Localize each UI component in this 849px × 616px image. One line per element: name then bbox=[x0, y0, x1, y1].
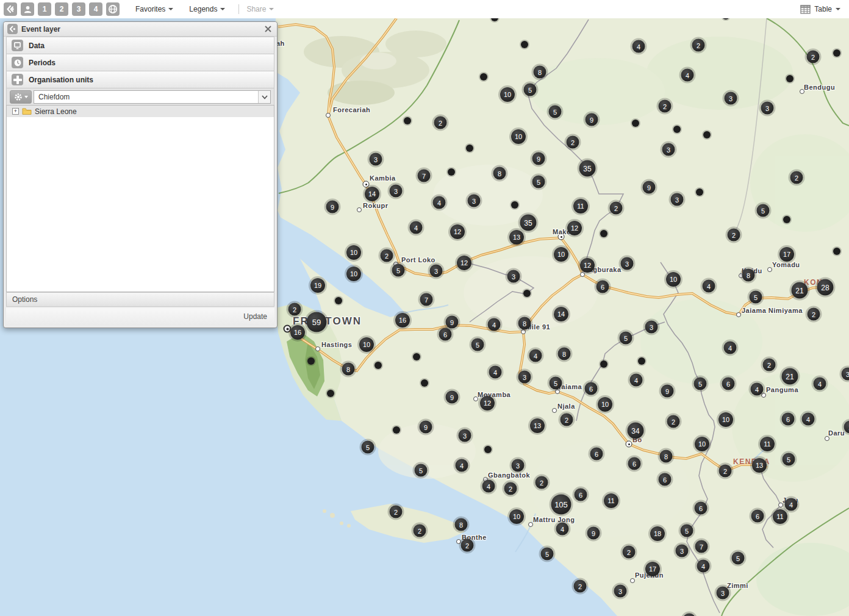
cluster-marker[interactable]: 8 bbox=[342, 363, 355, 376]
zoom-preset-4-button[interactable]: 4 bbox=[89, 2, 102, 16]
cluster-marker[interactable]: 3 bbox=[842, 368, 849, 381]
cluster-marker[interactable]: 5 bbox=[620, 332, 632, 345]
cluster-marker[interactable]: 7 bbox=[695, 540, 708, 553]
cluster-marker[interactable]: 6 bbox=[751, 510, 764, 523]
cluster-marker[interactable]: 3 bbox=[671, 193, 684, 206]
cluster-marker[interactable]: 3 bbox=[676, 545, 689, 557]
cluster-marker[interactable]: 2 bbox=[692, 39, 705, 52]
cluster-marker[interactable]: 4 bbox=[703, 280, 715, 293]
cluster-marker[interactable]: 5 bbox=[362, 441, 374, 454]
options-section[interactable]: Options bbox=[6, 292, 274, 307]
cluster-marker[interactable]: 2 bbox=[808, 308, 820, 321]
cluster-marker[interactable]: 7 bbox=[418, 170, 431, 182]
cluster-marker[interactable]: 6 bbox=[695, 502, 708, 515]
cluster-marker[interactable]: 17 bbox=[779, 247, 794, 262]
cluster-marker[interactable]: 8 bbox=[493, 167, 506, 180]
close-icon[interactable] bbox=[263, 24, 273, 34]
cluster-marker[interactable]: 9 bbox=[586, 113, 598, 126]
cluster-marker[interactable]: 4 bbox=[697, 560, 710, 573]
cluster-marker[interactable]: 11 bbox=[604, 493, 618, 508]
cluster-marker[interactable]: 6 bbox=[575, 489, 587, 501]
cluster-marker[interactable]: 5 bbox=[392, 264, 405, 277]
cluster-marker[interactable]: 2 bbox=[434, 116, 447, 129]
section-data[interactable]: Data bbox=[6, 37, 274, 54]
cluster-marker[interactable]: 8 bbox=[518, 317, 531, 330]
event-dot[interactable] bbox=[783, 216, 790, 223]
cluster-marker[interactable]: 8 bbox=[660, 450, 673, 463]
cluster-marker[interactable]: 34 bbox=[628, 423, 644, 439]
cluster-marker[interactable]: 6 bbox=[628, 457, 641, 470]
cluster-marker[interactable]: 2 bbox=[574, 580, 587, 593]
cluster-marker[interactable]: 21 bbox=[782, 368, 798, 385]
cluster-marker[interactable]: 12 bbox=[450, 224, 465, 239]
cluster-marker[interactable]: 4 bbox=[681, 69, 694, 82]
cluster-marker[interactable]: 12 bbox=[457, 256, 471, 270]
cluster-marker[interactable]: 2 bbox=[561, 414, 573, 426]
event-dot[interactable] bbox=[511, 201, 518, 209]
collapse-panel-button[interactable] bbox=[4, 2, 17, 16]
tree-expander-icon[interactable]: + bbox=[12, 108, 19, 115]
event-dot[interactable] bbox=[600, 230, 607, 237]
event-dot[interactable] bbox=[484, 446, 492, 453]
cluster-marker[interactable]: 5 bbox=[524, 84, 537, 96]
event-dot[interactable] bbox=[307, 357, 315, 365]
cluster-marker[interactable]: 5 bbox=[757, 204, 770, 217]
cluster-marker[interactable]: 5 bbox=[471, 338, 484, 351]
event-dot[interactable] bbox=[696, 188, 703, 196]
cluster-marker[interactable]: 13 bbox=[752, 458, 767, 473]
cluster-marker[interactable]: 4 bbox=[556, 523, 569, 535]
cluster-marker[interactable]: 3 bbox=[614, 585, 627, 598]
section-periods[interactable]: Periods bbox=[6, 54, 274, 71]
cluster-marker[interactable]: 4 bbox=[683, 614, 696, 616]
event-dot[interactable] bbox=[833, 248, 840, 255]
cluster-marker[interactable]: 3 bbox=[370, 153, 382, 166]
cluster-marker[interactable]: 10 bbox=[511, 129, 526, 144]
cluster-marker[interactable]: 11 bbox=[760, 437, 775, 451]
cluster-marker[interactable]: 4 bbox=[814, 378, 826, 390]
event-dot[interactable] bbox=[480, 73, 487, 81]
globe-button[interactable] bbox=[106, 2, 120, 16]
org-unit-settings-button[interactable] bbox=[10, 90, 32, 104]
zoom-preset-1-button[interactable]: 1 bbox=[38, 2, 51, 16]
cluster-marker[interactable]: 3 bbox=[390, 185, 403, 198]
cluster-marker[interactable]: 3 bbox=[468, 195, 481, 207]
favorites-menu[interactable]: Favorites bbox=[135, 5, 173, 13]
event-dot[interactable] bbox=[786, 75, 793, 82]
cluster-marker[interactable]: 9 bbox=[643, 181, 656, 194]
zoom-preset-2-button[interactable]: 2 bbox=[55, 2, 68, 16]
cluster-marker[interactable]: 12 bbox=[480, 396, 495, 410]
cluster-marker[interactable]: 2 bbox=[763, 359, 776, 371]
cluster-marker[interactable]: 12 bbox=[580, 258, 595, 273]
cluster-marker[interactable]: 19 bbox=[310, 278, 325, 293]
event-dot[interactable] bbox=[673, 126, 681, 133]
cluster-marker[interactable]: 10 bbox=[666, 272, 681, 287]
cluster-marker[interactable]: 2 bbox=[390, 506, 403, 518]
cluster-marker[interactable]: 2 bbox=[790, 171, 803, 184]
profile-button[interactable] bbox=[21, 2, 34, 16]
cluster-marker[interactable]: 4 bbox=[410, 221, 423, 234]
cluster-marker[interactable]: 21 bbox=[792, 282, 808, 299]
cluster-marker[interactable]: 6 bbox=[585, 382, 598, 395]
cluster-marker[interactable]: 3 bbox=[645, 321, 658, 334]
cluster-marker[interactable]: 4 bbox=[529, 349, 542, 362]
cluster-marker[interactable]: 5 bbox=[732, 552, 745, 565]
cluster-marker[interactable]: 4 bbox=[751, 383, 764, 396]
section-organisation-units[interactable]: Organisation units bbox=[6, 71, 274, 88]
cluster-marker[interactable]: 4 bbox=[489, 366, 502, 379]
table-menu[interactable]: Table bbox=[800, 5, 840, 14]
cluster-marker[interactable]: 10 bbox=[509, 509, 524, 524]
event-dot[interactable] bbox=[327, 390, 334, 397]
event-dot[interactable] bbox=[638, 357, 645, 365]
cluster-marker[interactable]: 2 bbox=[567, 136, 579, 149]
cluster-marker[interactable]: 9 bbox=[587, 527, 600, 540]
cluster-marker[interactable]: 4 bbox=[724, 342, 737, 354]
cluster-marker[interactable]: 11 bbox=[573, 199, 588, 213]
cluster-marker[interactable]: 17 bbox=[645, 562, 660, 576]
cluster-marker[interactable]: 2 bbox=[623, 546, 636, 559]
cluster-marker[interactable]: 3 bbox=[512, 459, 525, 472]
cluster-marker[interactable]: 2 bbox=[414, 525, 426, 537]
cluster-marker[interactable]: 2 bbox=[807, 51, 820, 63]
cluster-marker[interactable]: 4 bbox=[488, 318, 501, 331]
cluster-marker[interactable]: 3 bbox=[507, 270, 520, 283]
cluster-marker[interactable]: 2 bbox=[659, 100, 672, 113]
